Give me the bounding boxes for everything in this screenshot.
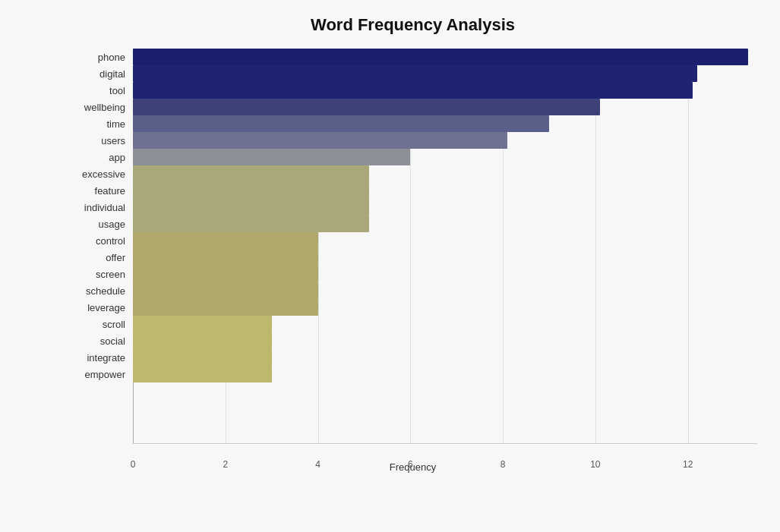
- bar-row: social: [68, 332, 757, 349]
- bar-fill: [133, 199, 369, 216]
- bar-row: wellbeing: [68, 99, 757, 115]
- bar-fill: [133, 182, 369, 199]
- bar-track: [133, 65, 757, 82]
- bar-track: [133, 316, 757, 332]
- bar-fill: [133, 82, 693, 99]
- bar-track: [133, 182, 757, 199]
- bar-fill: [133, 366, 272, 382]
- bar-track: [133, 216, 757, 232]
- bar-label: feature: [68, 185, 133, 197]
- chart-container: Word Frequency Analysis phonedigitaltool…: [0, 0, 780, 532]
- bar-label: social: [68, 335, 133, 347]
- bar-fill: [133, 232, 318, 249]
- bar-row: users: [68, 132, 757, 149]
- bar-label: integrate: [68, 352, 133, 364]
- bar-label: digital: [68, 68, 133, 80]
- bar-row: leverage: [68, 299, 757, 316]
- bar-label: excessive: [68, 168, 133, 180]
- bar-label: time: [68, 118, 133, 130]
- bar-row: time: [68, 115, 757, 132]
- bar-track: [133, 232, 757, 249]
- bar-row: usage: [68, 216, 757, 232]
- bar-label: tool: [68, 85, 133, 96]
- x-axis: [133, 443, 757, 444]
- bar-fill: [133, 165, 369, 182]
- bar-track: [133, 82, 757, 99]
- bar-fill: [133, 49, 748, 65]
- bar-label: screen: [68, 269, 133, 280]
- bars-section: phonedigitaltoolwellbeingtimeusersappexc…: [68, 49, 757, 382]
- bar-fill: [133, 282, 318, 299]
- bar-track: [133, 282, 757, 299]
- bar-fill: [133, 266, 318, 282]
- bar-row: scroll: [68, 316, 757, 332]
- bar-row: excessive: [68, 165, 757, 182]
- bar-track: [133, 366, 757, 382]
- bar-fill: [133, 249, 318, 266]
- bar-track: [133, 49, 757, 65]
- bar-label: wellbeing: [68, 102, 133, 113]
- bar-row: empower: [68, 366, 757, 382]
- bar-fill: [133, 332, 272, 349]
- bar-track: [133, 132, 757, 149]
- bar-row: individual: [68, 199, 757, 216]
- bar-fill: [133, 349, 272, 366]
- bar-fill: [133, 149, 410, 165]
- bar-label: control: [68, 235, 133, 247]
- bar-row: tool: [68, 82, 757, 99]
- bar-label: schedule: [68, 285, 133, 297]
- bar-label: phone: [68, 52, 133, 63]
- bar-track: [133, 115, 757, 132]
- bar-label: usage: [68, 219, 133, 230]
- bar-track: [133, 165, 757, 182]
- bar-row: control: [68, 232, 757, 249]
- bar-fill: [133, 132, 507, 149]
- bar-track: [133, 266, 757, 282]
- bar-row: schedule: [68, 282, 757, 299]
- bar-label: users: [68, 135, 133, 146]
- bar-track: [133, 149, 757, 165]
- bar-fill: [133, 299, 318, 316]
- bar-row: feature: [68, 182, 757, 199]
- bar-row: screen: [68, 266, 757, 282]
- chart-title: Word Frequency Analysis: [68, 15, 757, 35]
- bar-track: [133, 249, 757, 266]
- bar-row: app: [68, 149, 757, 165]
- bar-row: phone: [68, 49, 757, 65]
- bar-fill: [133, 65, 697, 82]
- bar-fill: [133, 99, 600, 115]
- bar-fill: [133, 316, 272, 332]
- bar-label: individual: [68, 202, 133, 213]
- bar-track: [133, 199, 757, 216]
- bar-track: [133, 349, 757, 366]
- bar-label: app: [68, 152, 133, 163]
- bar-row: offer: [68, 249, 757, 266]
- bar-row: integrate: [68, 349, 757, 366]
- bar-track: [133, 332, 757, 349]
- bar-fill: [133, 216, 369, 232]
- bar-track: [133, 99, 757, 115]
- bar-label: scroll: [68, 319, 133, 330]
- bar-track: [133, 299, 757, 316]
- bar-row: digital: [68, 65, 757, 82]
- bar-label: leverage: [68, 302, 133, 313]
- bar-fill: [133, 115, 549, 132]
- bar-label: offer: [68, 252, 133, 263]
- x-axis-label: Frequency: [68, 461, 757, 473]
- bar-label: empower: [68, 369, 133, 380]
